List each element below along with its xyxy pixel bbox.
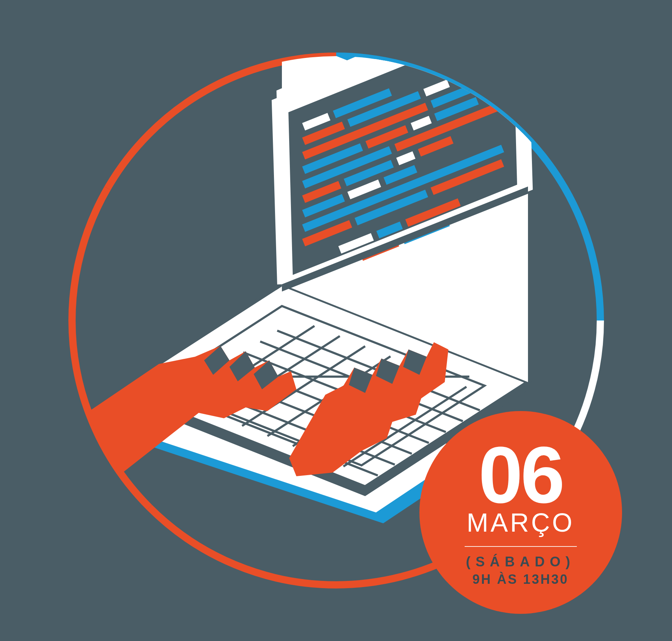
event-graphic: 06 MARÇO (SÁBADO) 9H ÀS 13H30 <box>65 49 608 592</box>
event-month: MARÇO <box>467 508 575 537</box>
event-weekday: (SÁBADO) <box>466 554 575 570</box>
badge-divider <box>465 546 577 547</box>
event-date-badge: 06 MARÇO (SÁBADO) 9H ÀS 13H30 <box>419 411 622 614</box>
event-hours: 9H ÀS 13H30 <box>472 572 569 587</box>
event-day: 06 <box>478 441 563 509</box>
